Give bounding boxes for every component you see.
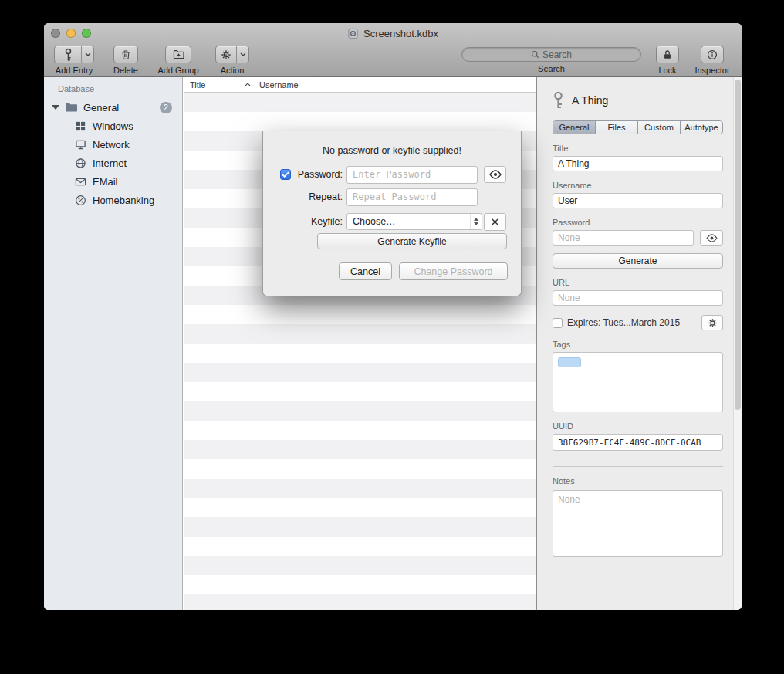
dialog-repeat-input[interactable] [346,188,478,206]
search-input[interactable]: Search [461,47,641,62]
network-icon [75,139,86,151]
toolbar: Add Entry Delete Add Group [44,43,742,77]
generate-password-button[interactable]: Generate [553,253,723,269]
title-field[interactable] [553,156,723,171]
search-icon [531,50,539,59]
titlebar: Screenshot.kdbx [44,23,742,43]
action-item: Action [212,46,252,75]
inspector-scrollbar[interactable] [733,77,742,610]
notes-label: Notes [553,476,723,486]
lock-label: Lock [658,66,676,75]
notes-field[interactable] [553,490,723,557]
padlock-icon [662,49,673,60]
folder-icon [65,102,78,113]
content-area: Database General 2 Windows Network [44,77,742,610]
tab-custom[interactable]: Custom [638,121,681,134]
eye-icon [706,234,718,242]
sidebar-item-label: Network [93,139,130,151]
cancel-button[interactable]: Cancel [339,262,392,280]
column-header-title[interactable]: Title [184,77,255,92]
window-title-area: Screenshot.kdbx [44,23,742,43]
inspector-button[interactable] [701,46,724,63]
sidebar-item-homebanking[interactable]: Homebanking [44,191,182,209]
window-chrome: Screenshot.kdbx Add Entry [44,23,742,77]
dialog-repeat-row: Repeat: [263,188,521,206]
action-button[interactable] [215,46,249,63]
add-entry-label: Add Entry [56,66,93,75]
column-header-username[interactable]: Username [255,77,536,92]
document-icon [347,28,359,39]
url-field[interactable] [553,290,723,306]
delete-button[interactable] [113,46,138,63]
sidebar-item-network[interactable]: Network [44,135,182,154]
trash-icon [120,49,131,60]
generate-keyfile-button[interactable]: Generate Keyfile [317,233,507,249]
tab-files[interactable]: Files [596,121,638,134]
app-window: Screenshot.kdbx Add Entry [44,23,742,610]
password-field-label: Password [553,218,723,227]
sidebar-item-label: Windows [93,120,133,132]
username-field[interactable] [553,193,723,208]
expires-checkbox[interactable] [553,318,563,328]
password-field[interactable] [553,230,694,246]
dialog-repeat-label: Repeat: [263,191,343,202]
tags-label: Tags [553,340,723,349]
folder-plus-icon [173,49,184,59]
sidebar-item-internet[interactable]: Internet [44,154,182,172]
close-x-icon [491,218,499,226]
dialog-message: No password or keyfile supplied! [263,145,521,156]
dialog-keyfile-row: Keyfile: Choose… [263,212,521,231]
window-title: Screenshot.kdbx [363,28,438,39]
title-field-label: Title [553,144,723,153]
keyfile-select[interactable]: Choose… [346,213,482,230]
inspector-panel: A Thing General Files Custom Autotype Ti… [536,77,742,610]
homebanking-icon [75,195,86,206]
url-field-label: URL [553,278,723,287]
dialog-password-input[interactable] [346,166,478,184]
disclosure-triangle-icon[interactable] [52,105,59,110]
group-count-badge: 2 [160,102,172,113]
action-dropdown[interactable] [236,46,248,63]
search-item: Search Search [461,46,641,73]
keyfile-select-value: Choose… [353,216,396,227]
expires-row: Expires: Tues...March 2015 [553,315,723,330]
sidebar-item-label: Internet [93,157,127,169]
password-row [553,230,723,246]
change-password-button[interactable]: Change Password [399,262,508,280]
inspector-item: Inspector [691,46,734,75]
add-entry-dropdown[interactable] [81,46,93,63]
delete-item: Delete [106,46,146,75]
entry-title-heading: A Thing [572,94,608,107]
dialog-password-label: Password: [263,169,343,180]
email-icon [75,176,86,188]
tag-chip[interactable] [558,357,581,367]
sidebar-item-windows[interactable]: Windows [44,117,182,135]
search-placeholder: Search [542,49,572,60]
globe-icon [75,157,86,169]
sidebar-group-general[interactable]: General 2 [44,98,182,117]
lock-button[interactable] [656,46,679,63]
tags-field[interactable] [553,352,723,412]
sidebar-item-label: Homebanking [93,195,154,206]
eye-icon [489,170,502,179]
scrollbar-thumb[interactable] [735,80,741,410]
entry-header: A Thing [553,91,723,110]
uuid-field[interactable] [553,434,723,451]
expires-settings-button[interactable] [701,315,723,330]
sidebar-item-email[interactable]: EMail [44,172,182,191]
key-plus-icon [55,46,81,63]
stepper-icon [470,214,482,229]
add-group-label: Add Group [157,66,198,75]
tab-general[interactable]: General [553,121,596,134]
reveal-password-button[interactable] [700,230,723,246]
uuid-label: UUID [553,422,723,431]
tab-autotype[interactable]: Autotype [681,121,722,134]
clear-keyfile-button[interactable] [484,213,506,231]
sidebar: Database General 2 Windows Network [44,77,183,610]
add-group-button[interactable] [165,46,191,63]
sidebar-group-label: General [83,102,119,113]
add-entry-button[interactable] [54,46,94,63]
dialog-keyfile-label: Keyfile: [263,216,343,227]
dialog-reveal-password-button[interactable] [484,166,506,183]
add-entry-item: Add Entry [52,46,96,75]
